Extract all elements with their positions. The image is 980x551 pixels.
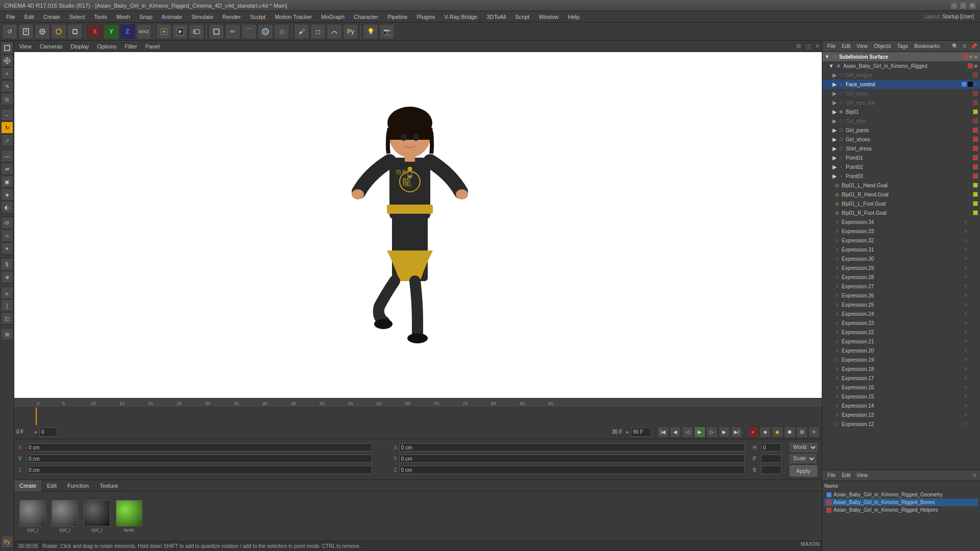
sculpt-tool-button[interactable] [327, 24, 342, 39]
obj-asian-baby-girl[interactable]: ▼ ⊕ Asian_Baby_Girl_in_Kimono_Rigged ◉ [822, 61, 980, 70]
obj-expression-27[interactable]: ○ Expression.27 ✕ ⋮⋮ [822, 282, 980, 291]
obj-expression-20[interactable]: ○ Expression.20 ✕ ⋮⋮ [822, 346, 980, 355]
obj-color-face[interactable] [962, 82, 967, 87]
lt-move-tool[interactable]: + [1, 67, 13, 80]
lt-weight-tool[interactable]: $ [1, 258, 13, 270]
om-edit-menu[interactable]: Edit [840, 43, 852, 49]
obj-girl-eyelids[interactable]: ▶ □ Girl_eye_lids [822, 98, 980, 107]
vp-menu-filter[interactable]: Filter [121, 42, 140, 51]
lt-brush-tool[interactable]: ◎ [1, 93, 13, 105]
b-input[interactable] [761, 466, 781, 474]
obj-expression-15[interactable]: ○ Expression.15 ✕ ⋮⋮ [822, 392, 980, 401]
menu-mesh[interactable]: Mesh [112, 13, 134, 21]
obj-expression-19[interactable]: ○ Expression.19 ✕ ⋮⋮ [822, 355, 980, 364]
om-pin-icon[interactable]: 📌 [971, 43, 977, 49]
p-input[interactable] [761, 455, 781, 463]
attr-edit-menu[interactable]: Edit [840, 472, 852, 478]
texture-button[interactable]: ◻ [310, 24, 326, 39]
lt-tweak-tool[interactable]: 〄 [1, 217, 13, 229]
lt-paint-tool[interactable]: ☀ [1, 242, 13, 255]
mat-tab-texture[interactable]: Texture [94, 480, 124, 491]
menu-tools[interactable]: Tools [90, 13, 111, 21]
deformer-button[interactable]: ◇ [274, 24, 289, 39]
undo-button[interactable]: ↺ [2, 24, 17, 39]
obj-bip01[interactable]: ▶ ⊕ Bip01 [822, 107, 980, 116]
obj-face-tag[interactable]: ⚬ [974, 82, 978, 87]
timeline-button[interactable]: ⊞ [796, 427, 807, 438]
menu-3dtoall[interactable]: 3DToAll [482, 13, 510, 21]
obj-expression-32[interactable]: ○ Expression.32 ✕ ⋮⋮ [822, 236, 980, 245]
obj-expression-12[interactable]: ○ Expression.12 ✕ ⋮⋮ [822, 419, 980, 429]
next-frame-button[interactable]: ▶ [719, 427, 730, 438]
obj-girl-shirt[interactable]: ▶ □ Girl_shirt [822, 116, 980, 126]
obj-girl-shoes[interactable]: ▶ □ Girl_shoes [822, 135, 980, 144]
lt-sculpt3-tool[interactable]: ◫ [1, 312, 13, 324]
h-input[interactable] [761, 443, 781, 452]
menu-file[interactable]: File [2, 13, 19, 21]
lt-sculpt2-tool[interactable]: ∫ [1, 299, 13, 312]
attr-settings-icon[interactable]: ⚙ [972, 472, 977, 478]
y-pos-input[interactable] [27, 455, 372, 463]
menu-script[interactable]: Script [511, 13, 533, 21]
obj-expression-26[interactable]: ○ Expression.26 ✕ ⋮⋮ [822, 291, 980, 300]
obj-expression-34[interactable]: ○ Expression.34 ✕ ⋮⋮ [822, 217, 980, 227]
obj-bip01-lhand-goal[interactable]: ◎ Bip01_L_Hand.Goal [822, 181, 980, 190]
camera-button[interactable]: 📷 [379, 24, 395, 39]
attr-file-menu[interactable]: File [825, 472, 838, 478]
vp-menu-panel[interactable]: Panel [142, 42, 163, 51]
apply-button[interactable]: Apply [790, 465, 817, 477]
lt-move2-tool[interactable]: ↔ [1, 109, 13, 121]
close-button[interactable]: ✕ [969, 2, 976, 9]
menu-edit[interactable]: Edit [20, 13, 38, 21]
maximize-button[interactable]: □ [960, 2, 967, 9]
obj-expression-31[interactable]: ○ Expression.31 ✕ ⋮⋮ [822, 245, 980, 254]
move-tool-button[interactable] [35, 24, 50, 39]
obj-vis-icon[interactable]: ◉ [969, 54, 973, 59]
obj-expression-30[interactable]: ○ Expression.30 ✕ ⋮⋮ [822, 254, 980, 263]
goto-start-button[interactable]: |◀ [657, 427, 669, 438]
obj-subdivision-surface[interactable]: ▼ □ Subdivision Surface ◉ ◉ [822, 52, 980, 61]
material-swatch-4[interactable]: lamb [115, 500, 143, 533]
obj-color-tongue[interactable] [973, 72, 978, 78]
autokey-button[interactable]: ⏺ [784, 427, 795, 438]
new-scene-button[interactable] [18, 24, 34, 39]
obj-expression-29[interactable]: ○ Expression.29 ✕ ⋮⋮ [822, 263, 980, 272]
attr-view-menu[interactable]: View [854, 472, 870, 478]
obj-shirt-dress[interactable]: ▶ □ Shirt_dress [822, 144, 980, 153]
lt-extrude-tool[interactable]: ▣ [1, 176, 13, 188]
obj-point01[interactable]: ▶ ◦ Point01 [822, 153, 980, 162]
lt-smooth-tool[interactable]: ∿ [1, 230, 13, 242]
lt-select-tool[interactable] [1, 55, 13, 67]
om-file-menu[interactable]: File [825, 43, 838, 49]
obj-expression-24[interactable]: ○ Expression.24 ✕ ⋮⋮ [822, 309, 980, 318]
om-bookmarks-menu[interactable]: Bookmarks [912, 43, 942, 49]
menu-render[interactable]: Render [218, 13, 245, 21]
paint-button[interactable]: 🖌 [294, 24, 309, 39]
obj-expression-23[interactable]: ○ Expression.23 ✕ ⋮⋮ [822, 318, 980, 328]
obj-expression-14[interactable]: ○ Expression.14 ✕ ⋮⋮ [822, 401, 980, 410]
lt-magnet-tool[interactable]: ◐ [1, 201, 13, 213]
obj-expression-18[interactable]: ○ Expression.18 ✕ ⋮⋮ [822, 364, 980, 373]
menu-pipeline[interactable]: Pipeline [383, 13, 411, 21]
obj-expression-16[interactable]: ○ Expression.16 ✕ ⋮⋮ [822, 383, 980, 392]
cube-button[interactable] [209, 24, 224, 39]
menu-simulate[interactable]: Simulate [187, 13, 217, 21]
vp-menu-view[interactable]: View [16, 42, 35, 51]
timeline-track[interactable] [14, 408, 822, 425]
menu-select[interactable]: Select [65, 13, 89, 21]
obj-bip01-rhand-goal[interactable]: ◎ Bip01_R_Hand.Goal [822, 190, 980, 199]
menu-help[interactable]: Help [564, 13, 584, 21]
z-axis-button[interactable]: Z [120, 24, 135, 39]
light-button[interactable]: 💡 [363, 24, 378, 39]
mat-tab-function[interactable]: Function [62, 480, 94, 491]
om-objects-menu[interactable]: Objects [872, 43, 893, 49]
menu-mograph[interactable]: MoGraph [317, 13, 349, 21]
obj-bip01-lfoot-goal[interactable]: ◎ Bip01_L_Foot.Goal [822, 199, 980, 208]
y-rot-input[interactable] [399, 455, 745, 463]
menu-motion-tracker[interactable]: Motion Tracker [271, 13, 316, 21]
menu-sculpt[interactable]: Sculpt [246, 13, 270, 21]
render-view-button[interactable] [173, 24, 188, 39]
x-rot-input[interactable] [399, 443, 745, 452]
minimize-button[interactable]: ─ [950, 2, 958, 9]
lt-weld-tool[interactable]: ◈ [1, 188, 13, 201]
